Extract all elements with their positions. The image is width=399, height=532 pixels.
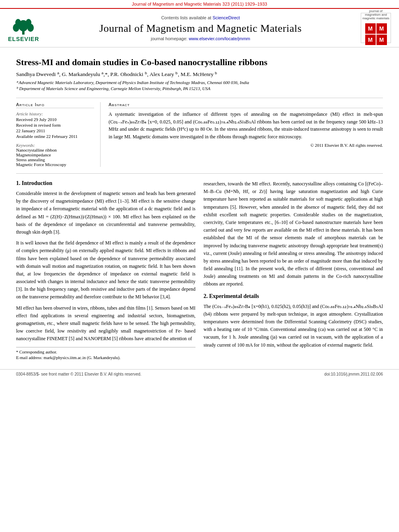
elsevier-text: ELSEVIER — [8, 36, 39, 42]
footnote-email: E-mail address: mark@physics.iitm.ac.in … — [16, 355, 195, 360]
m-cell-3: M — [365, 35, 376, 45]
svg-point-4 — [15, 19, 21, 26]
affiliation-b: ᵇ Department of Materials Science and En… — [16, 86, 383, 91]
footer: 0304-8853/$- see front matter © 2011 Els… — [0, 369, 399, 379]
keywords-label: Keywords: — [16, 143, 94, 148]
body-section: 1. Introduction Considerable interest in… — [16, 180, 383, 361]
section2-text: The (Co₁₋ₓFeₓ)₈₉Zr₇B₄ [x=0(h1), 0.025(h2… — [204, 303, 383, 349]
contents-available: Contents lists available at ScienceDirec… — [40, 15, 361, 20]
section1-para1: Considerable interest in the development… — [16, 190, 195, 236]
journal-logo: journal ofmagnetism andmagnetic material… — [361, 13, 391, 43]
article-info-heading: Article Info — [16, 102, 94, 108]
m-logo-grid: M M M M — [364, 22, 389, 47]
history-label: Article history: — [16, 111, 94, 116]
m-cell-4: M — [376, 35, 387, 45]
info-abstract-section: Article Info Article history: Received 2… — [16, 98, 383, 167]
section-divider — [16, 173, 383, 174]
body-left-col: 1. Introduction Considerable interest in… — [16, 180, 195, 361]
elsevier-logo: ELSEVIER — [8, 14, 40, 42]
copyright-text: © 2011 Elsevier B.V. All rights reserved… — [109, 143, 383, 148]
received-date: Received 29 July 2010 — [16, 117, 94, 122]
m-cell-1: M — [365, 23, 376, 34]
main-content: Stress-MI and domain studies in Co-based… — [0, 47, 399, 369]
journal-header: ELSEVIER Contents lists available at Sci… — [0, 9, 399, 47]
elsevier-tree-icon — [8, 14, 40, 36]
paper-title: Stress-MI and domain studies in Co-based… — [16, 57, 383, 68]
article-info-col: Article Info Article history: Received 2… — [16, 102, 101, 167]
section1-para3: MI effect has been observed in wires, ri… — [16, 304, 195, 343]
journal-homepage: journal homepage: www.elsevier.com/locat… — [40, 36, 361, 41]
section1-para2: It is well known that the field dependen… — [16, 239, 195, 301]
footer-issn: 0304-8853/$- see front matter © 2011 Els… — [16, 372, 142, 376]
abstract-text: A systematic investigation of the influe… — [109, 111, 383, 140]
journal-url[interactable]: www.elsevier.com/locate/jmmm — [189, 36, 250, 41]
journal-title: Journal of Magnetism and Magnetic Materi… — [40, 23, 361, 35]
abstract-col: Abstract A systematic investigation of t… — [109, 102, 383, 167]
received-revised-label: Received in revised form — [16, 123, 94, 127]
footer-doi: doi:10.1016/j.jmmm.2011.02.006 — [324, 372, 383, 376]
keyword-3: Stress annealing — [16, 157, 94, 162]
svg-point-5 — [26, 19, 31, 26]
science-direct-link[interactable]: ScienceDirect — [212, 15, 240, 20]
footnote-corresponding: * Corresponding author. — [16, 350, 195, 354]
abstract-heading: Abstract — [109, 102, 383, 108]
body-right-col: researchers, towards the MI effect. Rece… — [204, 180, 383, 361]
revised-date: 22 January 2011 — [16, 128, 94, 133]
journal-reference-bar: Journal of Magnetism and Magnetic Materi… — [0, 0, 399, 9]
authors-line: Sandhya Dwevedi ᵃ, G. Markandeyulu ᵃ,*, … — [16, 71, 383, 78]
m-cell-2: M — [376, 23, 387, 34]
journal-logo-text: journal ofmagnetism andmagnetic material… — [362, 9, 389, 20]
keyword-4: Magnetic Force Microscopy — [16, 162, 94, 167]
section1-title: 1. Introduction — [16, 180, 195, 187]
available-date: Available online 22 February 2011 — [16, 134, 94, 139]
affiliation-a: ᵃ Advanced Magnetic Materials Laboratory… — [16, 80, 383, 85]
keyword-1: Nanocrystalline ribbon — [16, 148, 94, 152]
journal-reference-text: Journal of Magnetism and Magnetic Materi… — [132, 2, 267, 6]
journal-title-block: Contents lists available at ScienceDirec… — [40, 15, 361, 41]
keyword-2: Magnetoimpedance — [16, 152, 94, 157]
footnotes: * Corresponding author. E-mail address: … — [16, 347, 195, 360]
section2-title: 2. Experimental details — [204, 293, 383, 300]
section1-right-para1: researchers, towards the MI effect. Rece… — [204, 180, 383, 288]
